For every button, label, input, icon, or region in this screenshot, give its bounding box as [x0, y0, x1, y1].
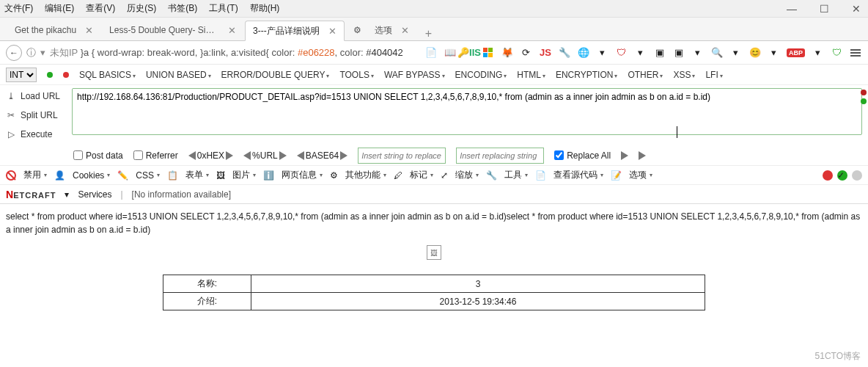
options-menu[interactable]: 选项 [629, 169, 652, 181]
string-to-replace-input[interactable] [358, 148, 446, 164]
dropdown2-icon[interactable]: ▾ [596, 46, 609, 59]
emoji-icon[interactable]: 😊 [749, 46, 762, 59]
extension1-icon[interactable]: ▣ [653, 46, 666, 59]
menu-view[interactable]: 查看(V) [86, 2, 115, 15]
refresh-icon[interactable]: ⟳ [520, 46, 533, 59]
back-button[interactable]: ← [6, 45, 22, 61]
hex-encoder[interactable]: 0xHEX [188, 150, 233, 161]
tab-3-close-icon[interactable]: ✕ [401, 25, 409, 36]
type-select[interactable]: INT [6, 68, 37, 82]
tab-0-close-icon[interactable]: ✕ [85, 25, 93, 36]
resize-menu[interactable]: 缩放 [455, 169, 479, 181]
union-based-menu[interactable]: UNION BASED [146, 70, 211, 80]
services-menu[interactable]: Services [78, 189, 111, 200]
images-menu[interactable]: 图片 [232, 169, 256, 181]
split-url-button[interactable]: ✂Split URL [6, 107, 66, 123]
tools-icon: 🔧 [486, 170, 497, 181]
css-menu[interactable]: CSS [136, 170, 160, 181]
encoding-menu[interactable]: ENCODING [455, 70, 507, 80]
disable-icon [6, 170, 16, 181]
home-icon[interactable] [482, 46, 495, 59]
netcraft-dropdown-icon[interactable]: ▾ [65, 189, 69, 200]
forms-menu[interactable]: 表单 [185, 169, 209, 181]
toggle-red-icon[interactable] [861, 90, 867, 95]
other-menu[interactable]: OTHER [628, 70, 663, 80]
dev-icon[interactable]: 🔧 [558, 46, 571, 59]
iis-icon[interactable]: 🔑IIS [463, 46, 476, 59]
xss-menu[interactable]: XSS [673, 70, 695, 80]
unknown-ip-label: 未知IP [50, 47, 78, 58]
close-button[interactable]: ✕ [850, 3, 862, 15]
newtab-button[interactable]: + [418, 27, 439, 40]
address-text[interactable]: 未知IP }a { word-wrap: break-word, }a:link… [50, 46, 403, 59]
source-menu[interactable]: 查看源代码 [553, 169, 603, 181]
menu-tools[interactable]: 工具(T) [209, 2, 238, 15]
hamburger-icon[interactable] [849, 46, 862, 59]
menu-edit[interactable]: 编辑(E) [45, 2, 74, 15]
info-icon[interactable]: ⓘ [26, 46, 36, 59]
dropdown-icon[interactable]: ▾ [40, 47, 45, 58]
toggle-green-icon[interactable] [861, 98, 867, 104]
replace-all-checkbox[interactable]: Replace All [554, 150, 611, 161]
base64-encoder[interactable]: BASE64 [297, 150, 347, 161]
dropdown5-icon[interactable]: ▾ [729, 46, 743, 59]
maximize-button[interactable]: ☐ [818, 3, 830, 15]
menu-history[interactable]: 历史(S) [127, 2, 156, 15]
dropdown4-icon[interactable]: ▾ [691, 46, 705, 59]
tab-1[interactable]: Less-5 Double Query- Singl...✕ [102, 20, 243, 40]
green-shield-icon[interactable]: 🛡 [830, 46, 843, 59]
menu-file[interactable]: 文件(F) [4, 2, 33, 15]
status-ok-icon[interactable]: ✓ [837, 170, 847, 181]
tab-2[interactable]: 3---产品详细说明✕ [245, 21, 345, 41]
globe-icon[interactable]: 🌐 [577, 46, 590, 59]
status-error-icon[interactable] [823, 170, 833, 181]
text-cursor [677, 126, 677, 138]
sql-basics-menu[interactable]: SQL BASICS [79, 70, 136, 80]
execute-button[interactable]: ▷Execute [6, 126, 66, 142]
url-encoder[interactable]: %URL [243, 150, 287, 161]
minimize-button[interactable]: — [786, 3, 798, 15]
lfi-menu[interactable]: LFI [705, 70, 722, 80]
tab-0[interactable]: Get the pikachu✕ [7, 20, 100, 40]
search-icon[interactable]: 🔍 [710, 46, 724, 59]
tools-menu[interactable]: TOOLS [339, 70, 373, 80]
reader-icon[interactable]: 📖 [444, 46, 457, 59]
product-table: 名称:3 介绍:2013-12-5 19:34:46 [163, 275, 705, 310]
bookmark-icon[interactable]: 📄 [424, 46, 438, 59]
tools-menu2[interactable]: 工具 [504, 169, 528, 181]
replace-go[interactable] [621, 151, 628, 160]
netcraft-logo[interactable]: NETCRAFT [6, 189, 56, 200]
post-data-checkbox[interactable]: Post data [73, 150, 123, 161]
extension2-icon[interactable]: ▣ [672, 46, 685, 59]
tab-1-close-icon[interactable]: ✕ [228, 25, 236, 36]
abp-icon[interactable]: ABP [787, 48, 805, 57]
info-menu[interactable]: 网页信息 [282, 169, 323, 181]
tab-3[interactable]: 选项✕ [346, 20, 416, 40]
shield-icon[interactable]: 🛡 [615, 46, 628, 59]
replace-go2[interactable] [639, 151, 646, 160]
menu-help[interactable]: 帮助(H) [250, 2, 280, 15]
html-menu[interactable]: HTML [517, 70, 545, 80]
dropdown3-icon[interactable]: ▾ [634, 46, 647, 59]
mark-menu[interactable]: 标记 [410, 169, 433, 181]
toolbar-icons: 📄 📖 🔑IIS 🦊 ⟳ JS 🔧 🌐 ▾ 🛡 ▾ ▣ ▣ ▾ 🔍 ▾ 😊 ▾ … [424, 46, 862, 59]
dropdown6-icon[interactable]: ▾ [768, 46, 781, 59]
cookies-menu[interactable]: Cookies [73, 170, 110, 181]
menu-bookmarks[interactable]: 书签(B) [168, 2, 197, 15]
broken-image-icon: 🖼 [427, 245, 441, 260]
firefox-icon[interactable]: 🦊 [501, 46, 514, 59]
js-icon[interactable]: JS [539, 46, 552, 59]
dropdown7-icon[interactable]: ▾ [811, 46, 824, 59]
no-info-label: [No information available] [132, 189, 231, 200]
waf-bypass-menu[interactable]: WAF BYPASS [384, 70, 445, 80]
status-neutral-icon[interactable] [852, 170, 862, 181]
replacing-string-input[interactable] [456, 148, 544, 164]
encryption-menu[interactable]: ENCRYPTION [556, 70, 617, 80]
tab-2-close-icon[interactable]: ✕ [328, 26, 336, 37]
misc-menu[interactable]: 其他功能 [345, 169, 386, 181]
referrer-checkbox[interactable]: Referrer [133, 150, 178, 161]
disable-menu[interactable]: 禁用 [23, 169, 47, 181]
load-url-button[interactable]: ⤓Load URL [6, 88, 66, 104]
error-query-menu[interactable]: ERROR/DOUBLE QUERY [221, 70, 330, 80]
url-textarea[interactable]: http://192.168.64.136:81/Production/PROD… [72, 88, 862, 135]
